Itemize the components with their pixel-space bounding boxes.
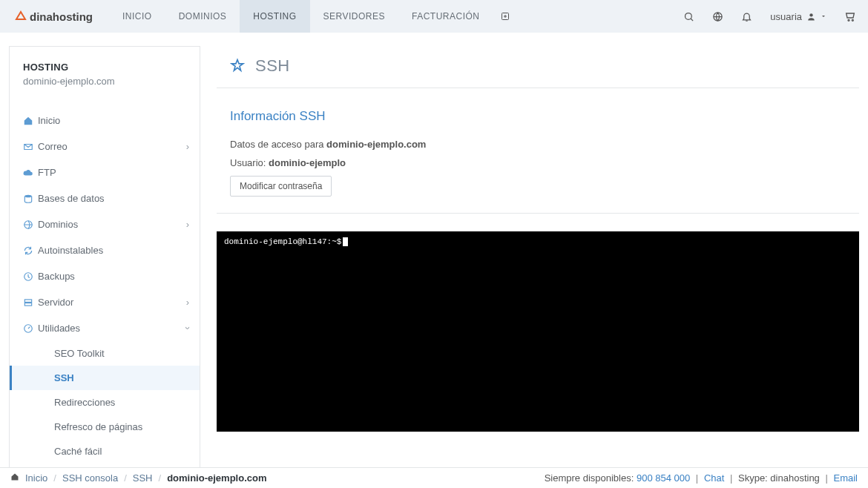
svg-point-6	[24, 194, 31, 197]
refresh-icon	[23, 245, 38, 256]
sidebar-item-inicio[interactable]: Inicio	[10, 108, 200, 133]
terminal[interactable]: dominio-ejemplo@hl147:~$	[217, 231, 859, 432]
envelope-icon	[23, 142, 38, 152]
crumb-sep: /	[159, 472, 162, 484]
caret-down-icon	[821, 13, 826, 19]
access-prefix: Datos de acceso para	[230, 139, 326, 150]
home-icon	[23, 116, 38, 126]
crumb-sep: /	[124, 472, 127, 484]
nav-facturacion[interactable]: FACTURACIÓN	[398, 0, 493, 33]
sub-item-cache[interactable]: Caché fácil	[10, 439, 200, 464]
sub-item-ssh[interactable]: SSH	[10, 366, 200, 390]
user-label: Usuario:	[230, 157, 269, 168]
chevron-right-icon: ›	[186, 297, 189, 308]
dashboard-icon	[23, 323, 38, 334]
crumb-ssh[interactable]: SSH	[133, 472, 153, 484]
page-header: SSH	[217, 46, 859, 88]
sub-item-redirecciones[interactable]: Redirecciones	[10, 390, 200, 415]
svg-point-4	[848, 19, 849, 21]
sidebar-item-correo[interactable]: Correo ›	[10, 133, 200, 159]
database-icon	[23, 194, 38, 204]
sidebar-item-label: FTP	[38, 167, 56, 178]
main: SSH Información SSH Datos de acceso para…	[217, 46, 859, 432]
search-icon[interactable]	[683, 11, 694, 22]
sidebar-item-label: Inicio	[38, 115, 60, 126]
crumb-ssh-consola[interactable]: SSH consola	[62, 472, 118, 484]
brand[interactable]: dinahosting	[15, 0, 93, 33]
modify-password-button[interactable]: Modificar contraseña	[230, 176, 332, 197]
sidebar-item-ftp[interactable]: FTP	[10, 159, 200, 185]
home-icon[interactable]	[10, 472, 19, 484]
sidebar-item-utilidades[interactable]: Utilidades ›	[10, 315, 200, 341]
footer-phone[interactable]: 900 854 000	[637, 472, 690, 484]
sidebar-item-dominios[interactable]: Dominios ›	[10, 211, 200, 237]
access-domain: dominio-ejemplo.com	[326, 139, 426, 150]
nav-inicio[interactable]: INICIO	[109, 0, 165, 33]
server-icon	[23, 297, 38, 308]
footer-skype: Skype: dinahosting	[738, 472, 820, 484]
sidebar-title: HOSTING	[23, 62, 186, 73]
svg-point-3	[809, 13, 812, 16]
nav-links: INICIO DOMINIOS HOSTING SERVIDORES FACTU…	[109, 0, 517, 33]
sidebar-menu: Inicio Correo › FTP Bases de datos Domin…	[10, 108, 200, 488]
globe-icon[interactable]	[712, 11, 723, 22]
access-line: Datos de acceso para dominio-ejemplo.com	[230, 139, 846, 150]
nav-hosting[interactable]: HOSTING	[240, 0, 309, 33]
sidebar-item-label: Autoinstalables	[38, 245, 103, 256]
sidebar-item-servidor[interactable]: Servidor ›	[10, 289, 200, 315]
sidebar-domain: dominio-ejemplo.com	[23, 76, 186, 87]
footer: Inicio / SSH consola / SSH / dominio-eje…	[0, 467, 868, 488]
brand-logo-icon	[15, 10, 27, 22]
user-menu[interactable]: usuaria	[770, 11, 826, 22]
breadcrumb: Inicio / SSH consola / SSH / dominio-eje…	[10, 472, 266, 484]
sidebar-item-label: Backups	[38, 271, 75, 282]
sidebar-item-label: Servidor	[38, 297, 73, 308]
topnav-right: usuaria	[683, 0, 856, 33]
ssh-info-panel: Información SSH Datos de acceso para dom…	[217, 88, 859, 214]
sidebar-item-label: Bases de datos	[38, 193, 105, 204]
panel-title: Información SSH	[230, 109, 846, 124]
nav-servidores[interactable]: SERVIDORES	[310, 0, 398, 33]
footer-email[interactable]: Email	[833, 472, 858, 484]
page-title: SSH	[255, 56, 290, 76]
footer-sep: |	[696, 472, 698, 484]
cart-icon[interactable]	[844, 10, 856, 22]
user-value: dominio-ejemplo	[269, 157, 346, 168]
history-icon	[23, 271, 38, 282]
topnav: dinahosting INICIO DOMINIOS HOSTING SERV…	[0, 0, 868, 33]
user-name: usuaria	[770, 11, 802, 22]
favorite-star-icon[interactable]	[230, 58, 245, 75]
user-line: Usuario: dominio-ejemplo	[230, 157, 846, 168]
sidebar-item-bd[interactable]: Bases de datos	[10, 185, 200, 211]
cloud-icon	[23, 168, 38, 178]
sidebar: HOSTING dominio-ejemplo.com Inicio Corre…	[9, 46, 200, 488]
content-wrap: HOSTING dominio-ejemplo.com Inicio Corre…	[0, 33, 868, 488]
sub-item-refresco[interactable]: Refresco de páginas	[10, 415, 200, 439]
sidebar-header: HOSTING dominio-ejemplo.com	[10, 47, 200, 97]
chevron-right-icon: ›	[186, 219, 189, 230]
terminal-prompt: dominio-ejemplo@hl147:~$	[224, 237, 341, 246]
sub-item-seo[interactable]: SEO Toolkit	[10, 341, 200, 366]
crumb-current: dominio-ejemplo.com	[167, 472, 266, 484]
nav-dominios[interactable]: DOMINIOS	[165, 0, 240, 33]
nav-add-icon[interactable]	[493, 0, 517, 33]
footer-sep: |	[730, 472, 732, 484]
sidebar-item-label: Dominios	[38, 219, 78, 230]
sidebar-item-label: Correo	[38, 141, 68, 152]
user-icon	[806, 12, 816, 22]
chevron-down-icon: ›	[182, 326, 193, 329]
svg-point-1	[685, 13, 692, 19]
footer-chat[interactable]: Chat	[704, 472, 724, 484]
footer-avail: Siempre disponibles:	[545, 472, 637, 484]
globe-icon	[23, 220, 38, 230]
sidebar-submenu-utilidades: SEO Toolkit SSH Redirecciones Refresco d…	[10, 341, 200, 488]
sidebar-item-backups[interactable]: Backups	[10, 263, 200, 289]
crumb-home[interactable]: Inicio	[25, 472, 47, 484]
footer-sep: |	[825, 472, 827, 484]
svg-point-5	[852, 19, 853, 21]
terminal-cursor	[343, 237, 348, 246]
sidebar-item-auto[interactable]: Autoinstalables	[10, 237, 200, 263]
chevron-right-icon: ›	[186, 141, 189, 152]
crumb-sep: /	[53, 472, 56, 484]
bell-icon[interactable]	[741, 11, 752, 22]
